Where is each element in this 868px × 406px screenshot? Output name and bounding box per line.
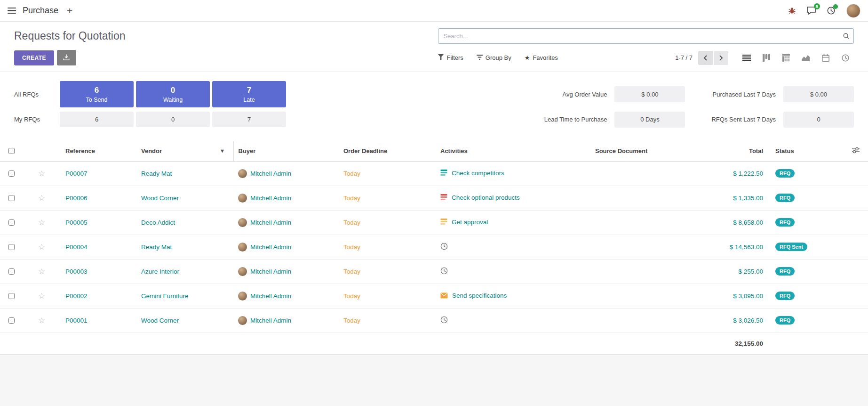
- favorite-star-icon[interactable]: ☆: [38, 267, 45, 276]
- table-row[interactable]: ☆P00002Gemini FurnitureMitchell AdminTod…: [0, 284, 868, 308]
- app-name-menu[interactable]: Purchase: [23, 6, 58, 16]
- row-checkbox[interactable]: [8, 293, 15, 299]
- reference-link[interactable]: P00001: [65, 317, 88, 324]
- my-late-card[interactable]: 7: [212, 112, 286, 127]
- list-view-icon[interactable]: [738, 50, 755, 65]
- table-row[interactable]: ☆P00001Wood CornerMitchell AdminToday$ 3…: [0, 308, 868, 333]
- buyer-link[interactable]: Mitchell Admin: [250, 292, 291, 300]
- activity-envelope-icon[interactable]: [440, 292, 448, 300]
- activity-label[interactable]: Get approval: [452, 219, 488, 226]
- table-row[interactable]: ☆P00007Ready MatMitchell AdminTodayCheck…: [0, 161, 868, 186]
- pivot-view-icon[interactable]: [777, 50, 795, 65]
- header-label: Order Deadline: [343, 147, 387, 154]
- status-badge: RFQ Sent: [775, 243, 807, 251]
- messages-icon[interactable]: 5: [807, 7, 816, 15]
- my-waiting-card[interactable]: 0: [136, 112, 210, 127]
- debug-bug-icon[interactable]: [788, 7, 796, 14]
- kanban-view-icon[interactable]: [757, 50, 775, 65]
- buyer-link[interactable]: Mitchell Admin: [250, 317, 291, 324]
- buyer-link[interactable]: Mitchell Admin: [250, 170, 291, 177]
- activity-clock-icon[interactable]: [440, 316, 448, 325]
- row-checkbox[interactable]: [8, 317, 15, 324]
- total-amount: $ 255.00: [738, 268, 763, 275]
- vendor-link[interactable]: Gemini Furniture: [141, 292, 189, 300]
- pager-next-button[interactable]: [714, 51, 728, 65]
- activity-clock-icon[interactable]: [440, 267, 448, 276]
- reference-link[interactable]: P00002: [65, 292, 88, 300]
- column-header-source-document[interactable]: Source Document: [590, 141, 719, 161]
- reference-link[interactable]: P00007: [65, 170, 88, 177]
- calendar-view-icon[interactable]: [817, 50, 834, 65]
- table-row[interactable]: ☆P00005Deco AddictMitchell AdminTodayGet…: [0, 210, 868, 235]
- vendor-link[interactable]: Ready Mat: [141, 244, 172, 251]
- column-header-order-deadline[interactable]: Order Deadline: [339, 141, 436, 161]
- search-icon[interactable]: [843, 32, 850, 41]
- search-input[interactable]: [438, 28, 854, 44]
- activity-view-icon[interactable]: [836, 50, 854, 65]
- table-row[interactable]: ☆P00004Ready MatMitchell AdminToday$ 14,…: [0, 235, 868, 259]
- activity-list-icon[interactable]: [440, 169, 447, 178]
- activities-clock-icon[interactable]: [827, 7, 835, 15]
- apps-menu-icon[interactable]: [8, 8, 16, 14]
- group-by-button[interactable]: Group By: [477, 54, 511, 62]
- table-footer-row: 32,155.00: [0, 333, 868, 354]
- pager-previous-button[interactable]: [698, 51, 713, 65]
- plus-icon[interactable]: +: [67, 6, 72, 16]
- kpi-card-waiting[interactable]: 0 Waiting: [136, 81, 210, 107]
- column-header-activities[interactable]: Activities: [436, 141, 590, 161]
- vendor-link[interactable]: Wood Corner: [141, 317, 179, 324]
- vendor-link[interactable]: Wood Corner: [141, 195, 179, 202]
- column-header-vendor[interactable]: Vendor ▾: [136, 141, 233, 161]
- user-avatar[interactable]: [846, 4, 860, 18]
- table-header-row: Reference Vendor ▾ Buyer Order Deadline …: [0, 141, 868, 161]
- column-header-total[interactable]: Total: [719, 141, 771, 161]
- favorite-star-icon[interactable]: ☆: [38, 243, 45, 252]
- favorite-star-icon[interactable]: ☆: [38, 218, 45, 227]
- activity-label[interactable]: Check competitors: [452, 170, 504, 177]
- buyer-link[interactable]: Mitchell Admin: [250, 268, 291, 275]
- filters-label: Filters: [446, 54, 463, 61]
- source-document-cell: [590, 259, 719, 284]
- activity-label[interactable]: Check optional products: [452, 194, 520, 201]
- activity-clock-icon[interactable]: [440, 243, 448, 252]
- row-checkbox[interactable]: [8, 244, 15, 250]
- reference-link[interactable]: P00006: [65, 195, 88, 202]
- create-button[interactable]: CREATE: [14, 50, 54, 65]
- buyer-link[interactable]: Mitchell Admin: [250, 244, 291, 251]
- table-row[interactable]: ☆P00003Azure InteriorMitchell AdminToday…: [0, 259, 868, 284]
- favorites-button[interactable]: ★ Favorites: [525, 54, 558, 61]
- graph-view-icon[interactable]: [797, 50, 814, 65]
- favorite-star-icon[interactable]: ☆: [38, 169, 45, 178]
- optional-columns-icon[interactable]: [852, 147, 860, 155]
- buyer-link[interactable]: Mitchell Admin: [250, 219, 291, 226]
- row-checkbox[interactable]: [8, 268, 15, 275]
- activity-label[interactable]: Send specifications: [452, 292, 507, 299]
- filters-button[interactable]: Filters: [438, 54, 463, 62]
- table-row[interactable]: ☆P00006Wood CornerMitchell AdminTodayChe…: [0, 186, 868, 210]
- purchase-dashboard: All RFQs 6 To Send 0 Waiting 7 Late My R…: [0, 72, 868, 130]
- kpi-card-late[interactable]: 7 Late: [212, 81, 286, 107]
- column-header-status[interactable]: Status: [771, 141, 821, 161]
- row-checkbox[interactable]: [8, 171, 15, 177]
- column-header-reference[interactable]: Reference: [61, 141, 136, 161]
- reference-link[interactable]: P00003: [65, 268, 88, 275]
- kpi-label: Waiting: [163, 97, 183, 103]
- activity-list-icon[interactable]: [440, 194, 447, 202]
- favorite-star-icon[interactable]: ☆: [38, 316, 45, 325]
- favorite-star-icon[interactable]: ☆: [38, 194, 45, 203]
- export-button[interactable]: [57, 50, 76, 65]
- select-all-checkbox[interactable]: [8, 148, 15, 154]
- reference-link[interactable]: P00005: [65, 219, 88, 226]
- favorite-star-icon[interactable]: ☆: [38, 292, 45, 300]
- buyer-link[interactable]: Mitchell Admin: [250, 195, 291, 202]
- column-header-buyer[interactable]: Buyer: [233, 141, 339, 161]
- row-checkbox[interactable]: [8, 195, 15, 201]
- kpi-card-to-send[interactable]: 6 To Send: [60, 81, 134, 107]
- row-checkbox[interactable]: [8, 219, 15, 226]
- activity-list-icon[interactable]: [440, 218, 447, 227]
- vendor-link[interactable]: Azure Interior: [141, 268, 179, 275]
- my-to-send-card[interactable]: 6: [60, 112, 134, 127]
- reference-link[interactable]: P00004: [65, 244, 88, 251]
- vendor-link[interactable]: Ready Mat: [141, 170, 172, 177]
- vendor-link[interactable]: Deco Addict: [141, 219, 175, 226]
